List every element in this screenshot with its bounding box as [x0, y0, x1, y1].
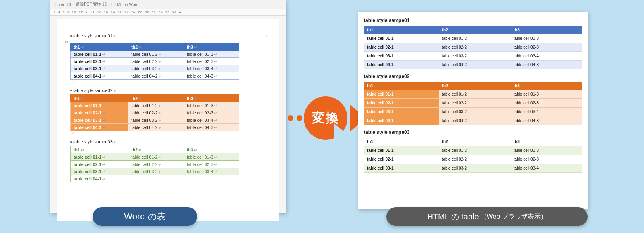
table-cell: table cell 03-1↵ [71, 117, 128, 124]
html-table-green: th1th2th3table cell 01-1table cell 01-2t… [364, 137, 582, 173]
table-cell: table cell 01-1↵ [71, 153, 128, 161]
table-cell: table cell 04-3↵ [184, 124, 239, 131]
table-cell: table cell 01-3↵ [184, 153, 239, 161]
html-table-blue: th1th2th3table cell 01-1table cell 01-2t… [364, 26, 582, 69]
table-cell: table cell 01-2↵ [128, 102, 184, 109]
table-cell: table cell 01-3 [510, 90, 582, 99]
table-cell: table cell 01-1 [364, 34, 439, 43]
table-header: th1 [364, 82, 439, 90]
table-row: table cell 02-1↵table cell 02-2↵table ce… [71, 109, 239, 117]
table-row: table cell 01-1table cell 01-2table cell… [364, 90, 582, 99]
table-cell: table cell 02-2 [439, 155, 510, 164]
convert-indicator: 変換 [288, 96, 366, 140]
table-cell: table cell 01-1 [364, 146, 439, 155]
table-header: th3↵ [184, 95, 239, 102]
table-cell: table cell 02-1 [364, 99, 439, 108]
label-word: Word の表 [93, 207, 197, 226]
table-cell: table cell 02-2↵ [128, 58, 184, 65]
table-cell: table cell 03-2↵ [128, 168, 184, 175]
table-header: th2 [439, 82, 510, 90]
table-row: table cell 04-1table cell 04-2table cell… [364, 117, 582, 125]
table-cell: table cell 01-3↵ [184, 102, 239, 109]
caption-blue: table style sampe01↵ [70, 33, 266, 38]
table-cell: table cell 02-1↵ [71, 109, 128, 117]
table-cell [128, 175, 184, 182]
para-mark: ↵ [71, 131, 266, 135]
word-toolbar: Driver 8.0 瞬間PDF 変換 12 HTML on Word [50, 0, 286, 9]
table-header: th1↵ [71, 95, 128, 102]
table-row: table cell 04-1↵table cell 04-2↵table ce… [71, 72, 239, 80]
table-row: table cell 02-1table cell 02-2table cell… [364, 155, 582, 164]
table-cell: table cell 03-4 [510, 164, 582, 173]
table-row: table cell 02-1↵table cell 02-2↵table ce… [71, 58, 239, 65]
table-cell: table cell 01-3 [510, 146, 582, 155]
table-cell: table cell 04-1↵ [71, 72, 128, 80]
table-row: table cell 02-1table cell 02-2table cell… [364, 43, 582, 52]
table-cell: table cell 02-1↵ [71, 161, 128, 168]
browser-caption-blue: table style sampe01 [364, 18, 582, 23]
table-cell: table cell 02-2 [439, 43, 510, 52]
word-ruler: 24681012■1416182022242■283032343638■ [50, 9, 286, 16]
table-header: th2↵ [128, 146, 184, 153]
browser-caption-orange: table style sampe02 [364, 74, 582, 79]
table-cell: table cell 03-1↵ [71, 168, 128, 175]
table-header: th1↵ [71, 146, 128, 153]
table-row: table cell 04-1↵ [71, 175, 239, 182]
table-cell: table cell 02-3 [510, 99, 582, 108]
table-row: table cell 03-1↵table cell 03-2↵table ce… [71, 168, 239, 175]
table-cell: table cell 02-3 [510, 155, 582, 164]
table-header: th2↵ [128, 95, 184, 102]
dot-trail-icon [288, 115, 302, 121]
table-cell: table cell 04-3 [510, 117, 582, 125]
table-row: table cell 04-1↵table cell 04-2↵table ce… [71, 124, 239, 131]
table-cell: table cell 02-2 [439, 99, 510, 108]
table-cell: table cell 04-1 [364, 61, 439, 69]
table-cell: table cell 03-4 [510, 52, 582, 61]
table-cell: table cell 03-2 [439, 52, 510, 61]
table-row: table cell 01-1table cell 01-2table cell… [364, 34, 582, 43]
table-row: table cell 03-1↵table cell 03-2↵table ce… [71, 117, 239, 124]
table-header: th2 [439, 26, 510, 34]
table-cell: table cell 02-1 [364, 43, 439, 52]
table-cell: table cell 03-2 [439, 164, 510, 173]
table-cell: table cell 03-4↵ [184, 117, 239, 124]
table-row: table cell 02-1↵table cell 02-2↵table ce… [71, 161, 239, 168]
table-cell: table cell 02-1 [364, 155, 439, 164]
word-table-green: th1↵th2↵th3↵table cell 01-1↵table cell 0… [70, 146, 239, 182]
table-cell: table cell 03-1↵ [71, 65, 128, 72]
table-cell: table cell 04-1↵ [71, 124, 128, 131]
table-row: table cell 02-1table cell 02-2table cell… [364, 99, 582, 108]
table-row: table cell 03-1↵table cell 03-2↵table ce… [71, 65, 239, 72]
caption-green: table style sampe03↵ [70, 139, 266, 144]
table-cell: table cell 03-2 [439, 108, 510, 117]
toolbar-pdf: 瞬間PDF 変換 12 [76, 2, 107, 7]
table-header: th3↵ [184, 43, 239, 51]
table-cell: table cell 04-2↵ [128, 124, 184, 131]
table-cell: table cell 04-3↵ [184, 72, 239, 80]
table-cell: table cell 03-2↵ [128, 65, 184, 72]
table-cell: table cell 02-1↵ [71, 58, 128, 65]
table-cell: table cell 02-3↵ [184, 58, 239, 65]
table-header: th2↵ [128, 43, 184, 51]
table-cell [184, 175, 239, 182]
table-cell: table cell 01-2 [439, 34, 510, 43]
table-header: th3 [510, 82, 582, 90]
label-html-sub: （Web ブラウザ表示） [481, 213, 547, 221]
table-cell: table cell 01-2 [439, 90, 510, 99]
table-row: table cell 01-1↵table cell 01-2↵table ce… [71, 153, 239, 161]
label-html: HTML の table （Web ブラウザ表示） [386, 207, 588, 226]
table-header: th1 [364, 26, 439, 34]
table-row: table cell 03-1table cell 03-2table cell… [364, 108, 582, 117]
table-row: table cell 01-1↵table cell 01-2↵table ce… [71, 102, 239, 109]
table-cell: table cell 04-1 [364, 117, 439, 125]
table-cell: table cell 02-2↵ [128, 109, 184, 117]
label-word-text: Word の表 [124, 211, 165, 223]
table-cell: table cell 03-1 [364, 52, 439, 61]
table-cell: table cell 03-4↵ [184, 168, 239, 175]
table-cell: table cell 04-1↵ [71, 175, 128, 182]
word-panel: Driver 8.0 瞬間PDF 変換 12 HTML on Word 2468… [50, 0, 286, 213]
table-cell: table cell 01-2 [439, 146, 510, 155]
browser-caption-green: table style sampe03 [364, 129, 582, 135]
table-cell: table cell 02-2↵ [128, 161, 184, 168]
table-row: table cell 03-1table cell 03-2table cell… [364, 164, 582, 173]
